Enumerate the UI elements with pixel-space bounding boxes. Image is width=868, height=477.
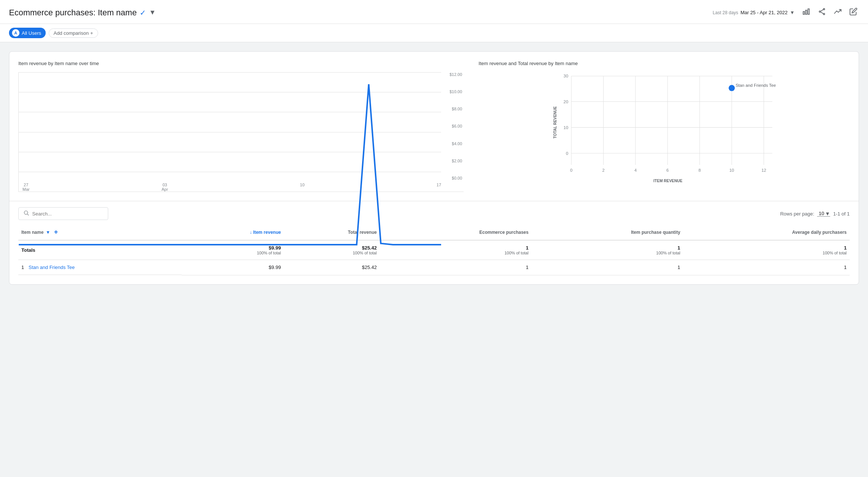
scatter-svg: 0 10 20 30 TOTAL REVENUE 0 2 4 6 8 10 12	[479, 72, 850, 192]
rows-per-page-value[interactable]: 10	[817, 211, 830, 217]
svg-text:20: 20	[564, 100, 568, 104]
svg-rect-0	[803, 12, 805, 14]
header-left: Ecommerce purchases: Item name ✓ ▼	[9, 8, 156, 18]
add-comparison-label: Add comparison	[54, 30, 89, 36]
all-users-filter[interactable]: A All Users	[9, 28, 46, 38]
svg-text:12: 12	[762, 168, 767, 172]
page-header: Ecommerce purchases: Item name ✓ ▼ Last …	[0, 0, 868, 24]
all-users-label: All Users	[22, 30, 41, 36]
svg-text:Stan and Friends Tee: Stan and Friends Tee	[736, 83, 776, 88]
svg-text:30: 30	[564, 74, 568, 78]
rows-per-page-select-container[interactable]: 10 ▼	[817, 211, 830, 217]
header-right: Last 28 days Mar 25 - Apr 21, 2022 ▼	[713, 6, 859, 19]
table-row: 1 Stan and Friends Tee $9.99 $25.42 1 1 …	[18, 260, 850, 275]
svg-line-6	[820, 10, 823, 12]
col-header-avg-daily-purchasers[interactable]: Average daily purchasers	[683, 224, 850, 240]
page-info: 1-1 of 1	[833, 211, 850, 217]
y-label-8: $8.00	[452, 107, 462, 111]
x-label-03apr: 03 Apr	[161, 183, 168, 192]
header-icons	[801, 6, 859, 19]
totals-avg-daily-purchasers: 1 100% of total	[683, 240, 850, 260]
add-icon: +	[90, 30, 93, 36]
svg-text:10: 10	[564, 125, 568, 130]
charts-section: Item revenue by Item name over time	[18, 61, 850, 192]
row-item-revenue: $9.99	[182, 260, 284, 275]
y-label-10: $10.00	[449, 89, 462, 94]
y-axis-labels: $12.00 $10.00 $8.00 $6.00 $4.00 $2.00 $0…	[445, 72, 464, 180]
scatter-chart-title: Item revenue and Total revenue by Item n…	[479, 61, 850, 66]
share-icon[interactable]	[816, 6, 828, 19]
svg-rect-1	[805, 10, 807, 14]
svg-text:2: 2	[602, 168, 604, 172]
line-chart: $12.00 $10.00 $8.00 $6.00 $4.00 $2.00 $0…	[18, 72, 464, 192]
row-ecommerce-purchases: 1	[380, 260, 531, 275]
svg-text:8: 8	[698, 168, 701, 172]
scatter-chart: 0 10 20 30 TOTAL REVENUE 0 2 4 6 8 10 12	[479, 72, 850, 192]
y-label-0: $0.00	[452, 176, 462, 180]
verified-icon: ✓	[140, 8, 146, 17]
svg-text:TOTAL REVENUE: TOTAL REVENUE	[553, 106, 558, 138]
item-name-link[interactable]: Stan and Friends Tee	[28, 265, 75, 270]
add-comparison-button[interactable]: Add comparison +	[49, 28, 98, 38]
main-card: Item revenue by Item name over time	[9, 51, 859, 285]
row-rank: 1 Stan and Friends Tee	[18, 260, 182, 275]
scatter-chart-container: Item revenue and Total revenue by Item n…	[479, 61, 850, 192]
svg-point-3	[823, 9, 825, 10]
y-label-4: $4.00	[452, 141, 462, 146]
trend-icon[interactable]	[832, 6, 843, 19]
y-label-6: $6.00	[452, 124, 462, 128]
svg-text:10: 10	[729, 168, 734, 172]
line-chart-title: Item revenue by Item name over time	[18, 61, 464, 66]
svg-text:6: 6	[667, 168, 669, 172]
row-avg-daily-purchasers: 1	[683, 260, 850, 275]
row-item-purchase-qty: 1	[531, 260, 683, 275]
bar-chart-icon[interactable]	[801, 6, 812, 19]
all-users-avatar: A	[12, 29, 19, 37]
scatter-point[interactable]	[729, 85, 735, 91]
svg-rect-2	[808, 9, 810, 15]
x-axis-labels: 27 Mar 03 Apr 10 17	[19, 183, 441, 192]
totals-item-purchase-qty: 1 100% of total	[531, 240, 683, 260]
rows-per-page-label: Rows per page:	[780, 211, 814, 217]
main-content: Item revenue by Item name over time	[0, 42, 868, 294]
y-label-2: $2.00	[452, 159, 462, 163]
x-label-27mar: 27 Mar	[22, 183, 30, 192]
date-range: Last 28 days Mar 25 - Apr 21, 2022 ▼	[713, 10, 795, 15]
rows-per-page-control: Rows per page: 10 ▼ 1-1 of 1	[780, 211, 850, 217]
svg-line-7	[820, 12, 823, 14]
row-total-revenue: $25.42	[284, 260, 380, 275]
line-chart-svg	[19, 72, 441, 247]
date-chevron-icon[interactable]: ▼	[790, 10, 795, 15]
x-label-10: 10	[300, 183, 304, 192]
svg-text:0: 0	[566, 151, 568, 156]
svg-point-5	[823, 13, 825, 15]
edit-icon[interactable]	[848, 6, 859, 19]
filter-bar: A All Users Add comparison +	[0, 24, 868, 42]
title-chevron-icon[interactable]: ▼	[149, 9, 156, 16]
date-range-value: Mar 25 - Apr 21, 2022	[740, 10, 787, 15]
svg-text:0: 0	[570, 168, 573, 172]
svg-point-4	[819, 11, 821, 12]
line-chart-container: Item revenue by Item name over time	[18, 61, 464, 192]
svg-text:4: 4	[634, 168, 637, 172]
page-title: Ecommerce purchases: Item name	[9, 8, 137, 18]
y-label-12: $12.00	[449, 72, 462, 77]
svg-text:ITEM REVENUE: ITEM REVENUE	[653, 179, 682, 183]
date-range-label: Last 28 days	[713, 10, 738, 15]
x-label-17: 17	[437, 183, 441, 192]
col-header-item-purchase-qty[interactable]: Item purchase quantity	[531, 224, 683, 240]
